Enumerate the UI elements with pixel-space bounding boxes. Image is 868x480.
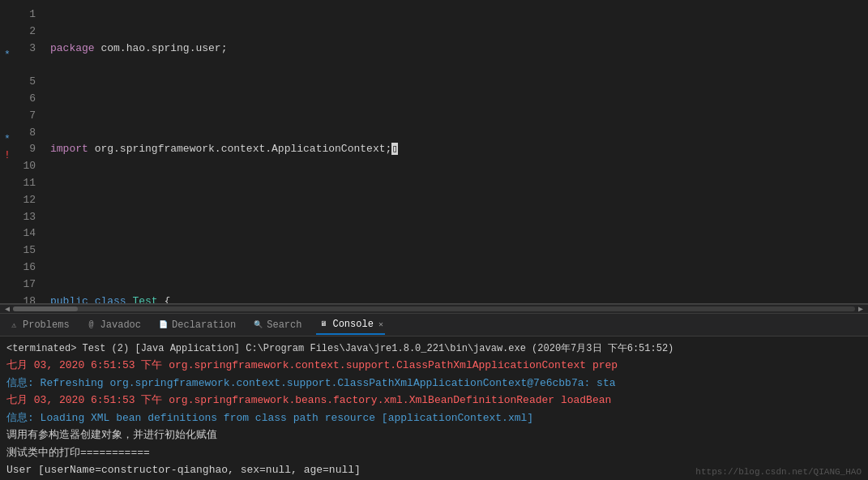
- console-line-6: 测试类中的打印===========: [0, 444, 868, 462]
- console-line-5: 调用有参构造器创建对象，并进行初始化赋值: [0, 426, 868, 444]
- scrollbar-thumb[interactable]: [13, 306, 78, 311]
- code-editor: * * !: [0, 0, 868, 304]
- scrollbar-track[interactable]: [13, 306, 855, 311]
- declaration-icon: 📄: [157, 319, 169, 331]
- line-numbers: 1 2 3 5 6 7 8 9 10 11 12 13 14 15 16 1: [15, 0, 41, 303]
- console-icon: 🖥: [318, 319, 329, 330]
- console-terminated: <terminated> Test (2) [Java Application]…: [0, 340, 868, 357]
- watermark: https://blog.csdn.net/QIANG_HAO: [695, 467, 862, 477]
- tab-javadoc-label: Javadoc: [100, 319, 141, 331]
- tab-javadoc[interactable]: @ Javadoc: [84, 316, 143, 334]
- console-area: <terminated> Test (2) [Java Application]…: [0, 336, 868, 480]
- code-line-5: [44, 242, 868, 259]
- tab-search-label: Search: [267, 319, 301, 331]
- console-close-icon: ✕: [378, 319, 383, 329]
- tab-declaration[interactable]: 📄 Declaration: [156, 316, 237, 334]
- tab-search[interactable]: 🔍 Search: [250, 316, 303, 334]
- horizontal-scrollbar[interactable]: ◀ ▶: [0, 304, 868, 314]
- tab-problems-label: Problems: [23, 319, 70, 331]
- console-line-2: 信息: Refreshing org.springframework.conte…: [0, 375, 868, 392]
- search-icon: 🔍: [252, 319, 263, 331]
- app-container: * * !: [0, 0, 868, 480]
- code-line-4: [44, 192, 868, 209]
- tab-declaration-label: Declaration: [172, 319, 236, 331]
- problems-icon: ⚠: [8, 319, 19, 331]
- console-line-1: 七月 03, 2020 6:51:53 下午 org.springframewo…: [0, 357, 868, 375]
- console-line-4: 信息: Loading XML bean definitions from cl…: [0, 409, 868, 427]
- tab-console-label: Console: [332, 319, 373, 330]
- code-line-2: [44, 91, 868, 108]
- code-line-3: import org.springframework.context.Appli…: [44, 141, 868, 158]
- scroll-left-arrow[interactable]: ◀: [2, 305, 13, 313]
- tabs-bar: ⚠ Problems @ Javadoc 📄 Declaration 🔍 Sea…: [0, 314, 868, 336]
- code-lines[interactable]: package com.hao.spring.user; import org.…: [41, 0, 868, 303]
- scroll-right-arrow[interactable]: ▶: [855, 305, 866, 313]
- code-line-1: package com.hao.spring.user;: [44, 41, 868, 58]
- console-line-3: 七月 03, 2020 6:51:53 下午 org.springframewo…: [0, 392, 868, 409]
- code-line-6: public class Test {: [44, 294, 868, 303]
- tab-problems[interactable]: ⚠ Problems: [6, 316, 71, 334]
- gutter-markers: * * !: [0, 0, 15, 303]
- tab-console[interactable]: 🖥 Console ✕: [316, 315, 384, 335]
- javadoc-icon: @: [86, 319, 97, 331]
